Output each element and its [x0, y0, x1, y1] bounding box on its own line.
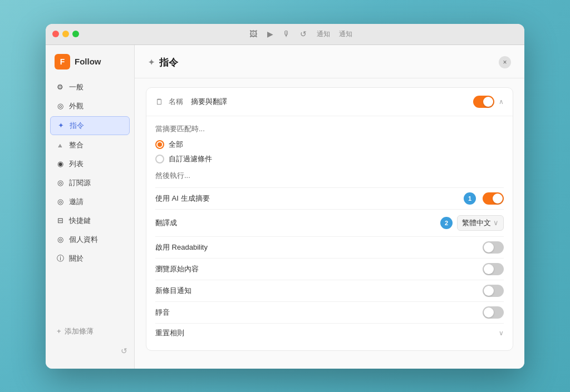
commands-icon: ✦ — [56, 121, 65, 130]
mute-toggle[interactable] — [483, 306, 504, 319]
close-icon: × — [503, 58, 507, 66]
about-icon: ⓘ — [56, 254, 65, 264]
settings-title: ✦ 指令 — [148, 56, 178, 69]
sidebar-item-subscriptions-label: 訂閱源 — [69, 178, 91, 188]
ai-summary-label: 使用 AI 生成摘要 — [155, 193, 210, 204]
original-content-row: 瀏覽原始內容 — [155, 258, 504, 280]
command-icon: 🗒 — [155, 97, 163, 106]
settings-title-text: 指令 — [159, 56, 178, 69]
readability-toggle[interactable] — [483, 241, 504, 254]
readability-knob — [484, 242, 494, 252]
minimize-window-button[interactable] — [62, 31, 69, 37]
sidebar-item-about-label: 關於 — [69, 254, 83, 264]
reread-label: 重置相則 — [155, 328, 184, 338]
translate-row: 翻譯成 2 繁體中文 ∨ — [155, 209, 504, 236]
sidebar-item-shortcuts-label: 快捷鍵 — [69, 216, 91, 226]
sidebar-item-invite[interactable]: ◎ 邀請 — [50, 193, 130, 211]
sidebar-item-appearance[interactable]: ◎ 外觀 — [50, 97, 130, 115]
add-feed-button[interactable]: + 添加條薄 — [55, 323, 125, 340]
step-badge-2: 2 — [440, 217, 453, 229]
add-feed-label: 添加條薄 — [65, 326, 94, 336]
sidebar-brand: F Follow — [46, 54, 134, 78]
sidebar-item-general-label: 一般 — [69, 82, 83, 92]
sidebar-item-appearance-label: 外觀 — [69, 101, 83, 111]
general-icon: ⚙ — [56, 83, 65, 91]
shortcuts-icon: ⊟ — [56, 216, 65, 225]
mute-label: 靜音 — [155, 307, 170, 317]
sidebar-item-integration[interactable]: ⟁ 整合 — [50, 136, 130, 154]
reread-row: 重置相則 ∨ — [155, 323, 504, 343]
sidebar-nav: ⚙ 一般 ◎ 外觀 ✦ 指令 ⟁ 整合 ◉ 列表 — [46, 78, 134, 319]
new-item-notify-label: 新條目通知 — [155, 286, 191, 296]
window-controls — [52, 31, 79, 37]
image-icon: 🖼 — [249, 29, 258, 38]
settings-panel: ✦ 指令 × 🗒 名稱 摘要與翻譯 — [135, 45, 524, 369]
toolbar-icons: 🖼 ▶ 🎙 ↺ — [249, 29, 308, 38]
translate-select[interactable]: 繁體中文 ∨ — [457, 215, 504, 231]
translate-chevron-icon: ∨ — [493, 219, 499, 227]
original-knob — [484, 264, 494, 274]
refresh-icon[interactable]: ↺ — [299, 29, 308, 38]
sidebar-item-about[interactable]: ⓘ 關於 — [50, 250, 130, 267]
brand-logo: F — [55, 54, 70, 70]
sidebar-item-subscriptions[interactable]: ◎ 訂閱源 — [50, 174, 130, 192]
ai-summary-right: 1 — [464, 192, 504, 205]
settings-header: ✦ 指令 × — [135, 45, 524, 78]
command-header: 🗒 名稱 摘要與翻譯 ∧ — [146, 88, 513, 116]
radio-custom-circle — [155, 155, 164, 163]
ai-summary-toggle[interactable] — [483, 192, 504, 205]
original-content-toggle[interactable] — [483, 263, 504, 275]
mic-icon: 🎙 — [282, 29, 291, 38]
brand-name: Follow — [75, 57, 101, 66]
ai-toggle-knob — [493, 193, 503, 204]
command-name-label: 名稱 — [169, 97, 183, 107]
then-label: 然後執行... — [155, 171, 504, 181]
sidebar-bottom: + 添加條薄 — [46, 319, 134, 344]
window-subtitle: 通知 — [339, 29, 352, 39]
video-icon: ▶ — [266, 29, 274, 38]
sidebar-item-profile-label: 個人資料 — [69, 235, 98, 245]
close-window-button[interactable] — [52, 31, 59, 37]
close-settings-button[interactable]: × — [499, 56, 511, 68]
translate-value: 繁體中文 — [462, 218, 491, 228]
lists-icon: ◉ — [56, 160, 65, 168]
reread-chevron-icon: ∨ — [499, 329, 504, 337]
settings-content: 🗒 名稱 摘要與翻譯 ∧ 當摘要匹配時... — [135, 78, 524, 369]
command-main-toggle[interactable] — [473, 96, 494, 108]
sidebar-item-general[interactable]: ⚙ 一般 — [50, 78, 130, 96]
sidebar-item-lists[interactable]: ◉ 列表 — [50, 155, 130, 173]
ai-summary-row: 使用 AI 生成摘要 1 — [155, 187, 504, 209]
new-item-notify-toggle[interactable] — [483, 285, 504, 297]
match-label: 當摘要匹配時... — [155, 124, 504, 134]
invite-icon: ◎ — [56, 197, 65, 206]
radio-all[interactable]: 全部 — [155, 140, 504, 150]
settings-title-icon: ✦ — [148, 58, 155, 67]
sync-icon[interactable]: ↺ — [121, 346, 127, 355]
command-body: 當摘要匹配時... 全部 自訂過濾條件 然後 — [146, 116, 513, 350]
sidebar-footer: ↺ — [46, 344, 134, 360]
subscriptions-icon: ◎ — [56, 178, 65, 187]
appearance-icon: ◎ — [56, 102, 65, 110]
notify-knob — [484, 286, 494, 296]
sidebar-item-profile[interactable]: ◎ 個人資料 — [50, 231, 130, 249]
radio-all-circle — [155, 140, 164, 149]
mute-knob — [484, 307, 494, 317]
original-content-label: 瀏覽原始內容 — [155, 264, 199, 274]
sidebar-item-shortcuts[interactable]: ⊟ 快捷鍵 — [50, 212, 130, 230]
translate-right: 2 繁體中文 ∨ — [440, 215, 504, 231]
command-name-value: 摘要與翻譯 — [191, 97, 468, 107]
command-item-card: 🗒 名稱 摘要與翻譯 ∧ 當摘要匹配時... — [146, 87, 513, 351]
app-window: 🖼 ▶ 🎙 ↺ 通知 通知 F Follow ⚙ 一般 — [46, 24, 524, 369]
title-bar-center: 🖼 ▶ 🎙 ↺ 通知 通知 — [83, 29, 518, 39]
sidebar-item-commands-label: 指令 — [70, 121, 84, 131]
sidebar-item-commands[interactable]: ✦ 指令 — [50, 116, 130, 135]
sidebar-item-lists-label: 列表 — [69, 159, 83, 169]
maximize-window-button[interactable] — [72, 31, 79, 37]
chevron-up-icon: ∧ — [499, 98, 504, 106]
radio-custom[interactable]: 自訂過濾條件 — [155, 154, 504, 164]
radio-all-label: 全部 — [169, 140, 183, 150]
readability-label: 啟用 Readability — [155, 242, 208, 252]
mute-row: 靜音 — [155, 301, 504, 323]
sidebar-item-invite-label: 邀請 — [69, 197, 83, 207]
profile-icon: ◎ — [56, 235, 65, 244]
